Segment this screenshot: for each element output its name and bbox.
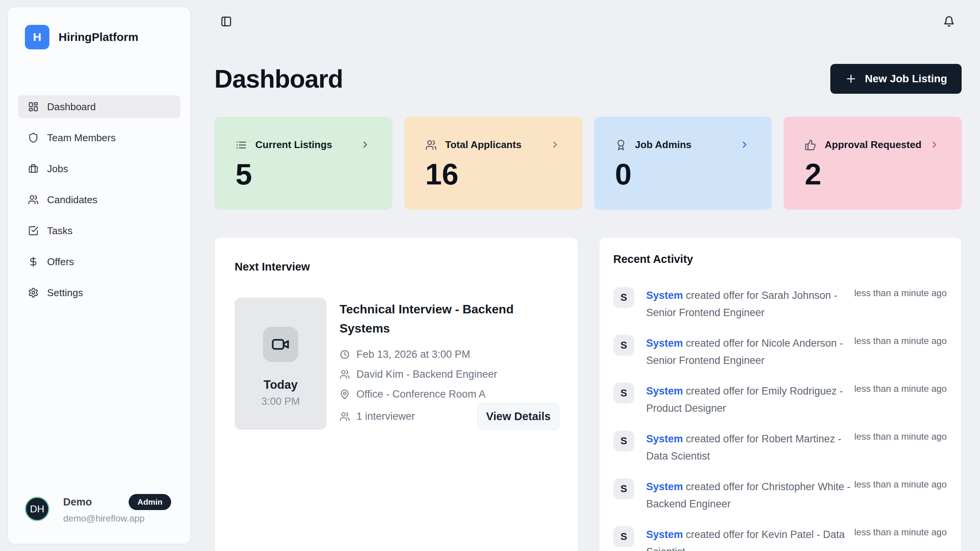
sidebar-item-tasks[interactable]: Tasks [18,219,180,242]
stat-label: Approval Requested [825,139,921,151]
activity-item: S System created offer for Robert Martin… [613,430,947,465]
activity-actor-link[interactable]: System [646,290,683,301]
interview-datetime: Feb 13, 2026 at 3:00 PM [356,349,470,360]
stat-card-approval-requested[interactable]: Approval Requested 2 [784,117,962,210]
activity-actor-link[interactable]: System [646,385,683,397]
activity-avatar: S [613,287,634,308]
chevron-right-icon [550,140,560,150]
interview-date-box: Today 3:00 PM [235,298,327,430]
sidebar-item-label: Settings [47,287,83,299]
activity-timestamp: less than a minute ago [854,383,947,394]
plus-icon [845,73,857,85]
interview-person: David Kim - Backend Engineer [356,368,497,380]
notifications-button[interactable] [943,16,955,27]
sidebar-item-label: Jobs [47,163,68,175]
content: Dashboard New Job Listing Current Listin… [196,64,980,551]
award-icon [615,139,627,151]
sidebar-item-label: Dashboard [47,101,96,113]
activity-actor-link[interactable]: System [646,481,683,492]
stat-label: Job Admins [635,139,692,151]
activity-item: S System created offer for Christopher W… [613,478,947,513]
video-camera-icon [263,327,298,362]
stats-row: Current Listings 5 Total Applicants 16 [214,117,962,210]
activity-avatar: S [613,478,634,499]
recent-activity-panel: Recent Activity S System created offer f… [599,237,962,551]
map-pin-icon [340,389,350,399]
stat-card-job-admins[interactable]: Job Admins 0 [594,117,772,210]
new-job-listing-button[interactable]: New Job Listing [830,64,962,94]
activity-actor-link[interactable]: System [646,433,683,445]
list-icon [235,139,247,151]
activity-item: S System created offer for Sarah Johnson… [613,287,947,321]
check-square-icon [28,225,39,236]
next-interview-title: Next Interview [235,261,559,273]
interview-day: Today [264,378,298,392]
bell-icon [943,16,955,27]
avatar: DH [25,497,49,521]
sidebar-nav: Dashboard Team Members Jobs Candidates T… [8,95,190,304]
gear-icon [28,287,39,298]
activity-timestamp: less than a minute ago [854,527,947,538]
user-profile[interactable]: DH Demo Admin demo@hireflow.app [8,494,190,544]
stat-value: 5 [235,157,371,192]
users-icon [340,411,350,422]
page-title: Dashboard [214,64,343,93]
thumbs-up-icon [805,139,816,151]
interviewer-count: 1 interviewer [356,411,415,422]
dollar-icon [28,256,39,267]
view-details-button[interactable]: View Details [477,403,559,430]
topbar [196,0,980,43]
activity-item: S System created offer for Emily Rodrigu… [613,383,947,417]
users-icon [28,194,39,205]
chevron-right-icon [740,140,750,150]
sidebar-item-team-members[interactable]: Team Members [18,126,180,149]
new-job-listing-label: New Job Listing [865,73,947,85]
sidebar-toggle-button[interactable] [220,16,232,27]
sidebar-item-jobs[interactable]: Jobs [18,157,180,180]
clock-icon [340,349,350,360]
interview-location: Office - Conference Room A [356,388,485,400]
user-email: demo@hireflow.app [63,513,171,524]
sidebar: H HiringPlatform Dashboard Team Members … [8,7,191,544]
activity-item: S System created offer for Nicole Anders… [613,335,947,369]
sidebar-item-settings[interactable]: Settings [18,281,180,304]
sidebar-item-label: Tasks [47,225,72,237]
stat-card-total-applicants[interactable]: Total Applicants 16 [404,117,582,210]
briefcase-icon [28,163,39,174]
chevron-right-icon [360,140,370,150]
stat-label: Current Listings [255,139,332,151]
activity-timestamp: less than a minute ago [854,336,947,346]
sidebar-item-label: Team Members [47,132,116,144]
activity-item: S System created offer for Kevin Patel -… [613,526,947,551]
sidebar-item-label: Offers [47,256,74,268]
activity-actor-link[interactable]: System [646,337,683,349]
activity-timestamp: less than a minute ago [854,479,947,490]
interview-time: 3:00 PM [261,396,300,408]
stat-value: 2 [805,157,940,192]
activity-actor-link[interactable]: System [646,529,683,540]
activity-list: S System created offer for Sarah Johnson… [613,287,947,551]
users-icon [425,139,437,151]
brand-name: HiringPlatform [59,31,138,44]
sidebar-item-label: Candidates [47,194,98,206]
chevron-right-icon [929,140,939,150]
activity-avatar: S [613,335,634,356]
users-icon [340,369,350,380]
recent-activity-title: Recent Activity [613,253,947,266]
activity-timestamp: less than a minute ago [854,288,947,298]
activity-timestamp: less than a minute ago [854,431,947,442]
role-badge: Admin [129,494,171,510]
panel-left-icon [220,16,232,27]
main-area: Dashboard New Job Listing Current Listin… [196,0,980,551]
stat-value: 16 [425,157,561,192]
activity-avatar: S [613,383,634,404]
shield-icon [28,132,39,143]
sidebar-item-offers[interactable]: Offers [18,250,180,273]
user-name: Demo [63,496,92,508]
sidebar-item-candidates[interactable]: Candidates [18,188,180,211]
interview-job-title: Technical Interview - Backend Systems [340,300,539,338]
stat-value: 0 [615,157,751,192]
next-interview-panel: Next Interview Today 3:00 PM Technical I… [214,237,578,551]
stat-card-current-listings[interactable]: Current Listings 5 [214,117,392,210]
sidebar-item-dashboard[interactable]: Dashboard [18,95,180,118]
